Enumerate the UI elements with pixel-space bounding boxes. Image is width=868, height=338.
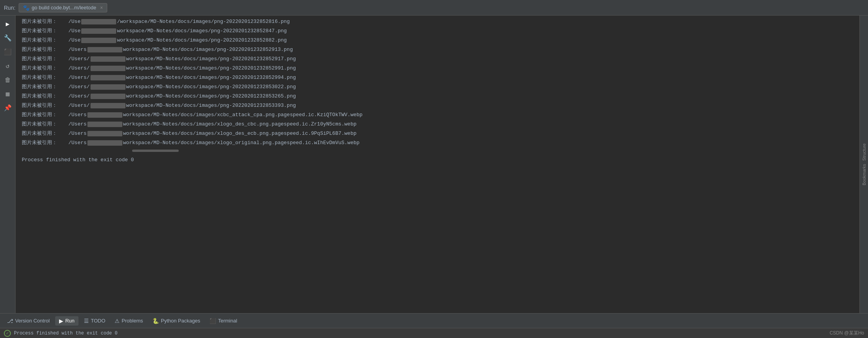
process-finished-message: Process finished with the exit code 0 xyxy=(16,152,859,167)
terminal-label: Terminal xyxy=(218,318,237,324)
layout-icon[interactable]: ▦ xyxy=(1,87,15,101)
stop-icon[interactable]: ⬛ xyxy=(1,45,15,59)
bookmarks-label[interactable]: Bookmarks xyxy=(862,162,866,187)
problems-button[interactable]: ⚠ Problems xyxy=(111,316,147,326)
structure-label[interactable]: Structure xyxy=(862,142,866,162)
console-line: 图片未被引用： /Usersworkspace/MD-Notes/docs/im… xyxy=(16,129,859,138)
console-line: 图片未被引用： /Use/workspace/MD-Notes/docs/ima… xyxy=(16,17,859,26)
wrench-icon[interactable]: 🔧 xyxy=(1,31,15,45)
console-line: 图片未被引用： /Users/workspace/MD-Notes/docs/i… xyxy=(16,92,859,101)
todo-button[interactable]: ☰ TODO xyxy=(80,316,109,326)
run-button[interactable]: ▶ Run xyxy=(55,316,78,326)
todo-label: TODO xyxy=(91,318,105,324)
status-bar: Process finished with the exit code 0 CS… xyxy=(0,328,868,338)
console-line: 图片未被引用： /Users/workspace/MD-Notes/docs/i… xyxy=(16,64,859,73)
right-label-sidebar: Structure Bookmarks xyxy=(859,16,868,313)
trash-icon[interactable]: 🗑 xyxy=(1,73,15,87)
console-line: 图片未被引用： /Users/workspace/MD-Notes/docs/i… xyxy=(16,54,859,64)
status-right-text: CSDN @某某Ho xyxy=(830,330,864,336)
run-icon[interactable]: ▶ xyxy=(1,17,15,31)
left-sidebar: ▶ 🔧 ⬛ ↺ 🗑 ▦ 📌 xyxy=(0,16,16,313)
run-tab[interactable]: 🐾 go build code.byt...m/leetode × xyxy=(19,3,107,12)
version-control-label: Version Control xyxy=(15,318,50,324)
console-line: 图片未被引用： /Users/workspace/MD-Notes/docs/i… xyxy=(16,82,859,92)
console-line: 图片未被引用： /Usersworkspace/MD-Notes/docs/im… xyxy=(16,110,859,120)
run-toolbar-label: Run xyxy=(65,318,75,324)
console-line: 图片未被引用： /Usersworkspace/MD-Notes/docs/im… xyxy=(16,45,859,54)
console-line: 图片未被引用： /Users/workspace/MD-Notes/docs/i… xyxy=(16,101,859,110)
console-line: 图片未被引用： /Useworkspace/MD-Notes/docs/imag… xyxy=(16,36,859,45)
console-line: 图片未被引用： /Users/workspace/MD-Notes/docs/i… xyxy=(16,73,859,82)
version-control-icon: ⎇ xyxy=(7,318,13,324)
console-line: 图片未被引用： /Useworkspace/MD-Notes/docs/imag… xyxy=(16,26,859,36)
run-toolbar-icon: ▶ xyxy=(59,318,63,324)
python-packages-icon: 🐍 xyxy=(152,318,159,324)
bottom-toolbar: ⎇ Version Control ▶ Run ☰ TODO ⚠ Problem… xyxy=(0,313,868,328)
run-bar: Run: 🐾 go build code.byt...m/leetode × xyxy=(0,0,868,16)
pin-icon[interactable]: 📌 xyxy=(1,101,15,115)
problems-label: Problems xyxy=(122,318,143,324)
run-tab-close[interactable]: × xyxy=(100,5,103,10)
console-line: 图片未被引用： /Usersworkspace/MD-Notes/docs/im… xyxy=(16,120,859,129)
terminal-button[interactable]: ⬛ Terminal xyxy=(206,316,241,326)
problems-icon: ⚠ xyxy=(115,318,120,324)
console-area[interactable]: 图片未被引用： /Use/workspace/MD-Notes/docs/ima… xyxy=(16,16,859,313)
todo-icon: ☰ xyxy=(84,318,89,324)
console-line: 图片未被引用： /Usersworkspace/MD-Notes/docs/im… xyxy=(16,138,859,148)
terminal-icon: ⬛ xyxy=(209,318,216,324)
python-packages-button[interactable]: 🐍 Python Packages xyxy=(148,316,204,326)
python-packages-label: Python Packages xyxy=(161,318,200,324)
version-control-button[interactable]: ⎇ Version Control xyxy=(3,316,54,326)
run-label: Run: xyxy=(4,5,16,11)
run-tab-text: go build code.byt...m/leetode xyxy=(32,5,96,10)
main-area: ▶ 🔧 ⬛ ↺ 🗑 ▦ 📌 图片未被引用： /Use/workspace/MD-… xyxy=(0,16,868,313)
status-text: Process finished with the exit code 0 xyxy=(14,331,117,336)
rerun-icon[interactable]: ↺ xyxy=(1,59,15,73)
status-check-icon xyxy=(4,330,11,337)
run-tab-icon: 🐾 xyxy=(23,5,30,11)
